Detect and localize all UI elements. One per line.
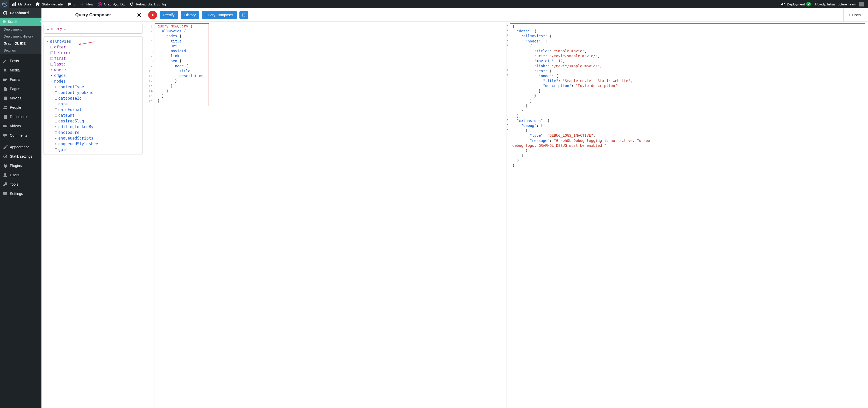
svg-point-8 (4, 69, 6, 71)
menu-comments[interactable]: Comments (0, 131, 41, 140)
svg-point-15 (4, 106, 5, 107)
tree-field[interactable]: date (55, 101, 140, 107)
reload-link[interactable]: Reload Statik config (127, 0, 168, 8)
menu-statik-settings[interactable]: Statik settings (0, 152, 41, 161)
menu-media[interactable]: Media (0, 66, 41, 75)
menu-appearance[interactable]: Appearance (0, 142, 41, 152)
site-name-label: Statik website (42, 2, 63, 6)
tree-field[interactable]: dateGmt (55, 113, 140, 118)
tree-nodes[interactable]: ▾nodes (51, 78, 140, 84)
checkbox-icon (51, 63, 53, 66)
close-icon[interactable] (136, 12, 142, 18)
menu-users[interactable]: Users (0, 170, 41, 180)
svg-rect-13 (3, 97, 4, 100)
query-name-placeholder: … (64, 27, 66, 31)
history-button[interactable]: History (181, 11, 199, 19)
tree-field[interactable]: ▸contentType (55, 84, 140, 90)
svg-rect-11 (3, 80, 6, 81)
wp-logo[interactable]: W (0, 0, 9, 8)
graphiql-admin-link[interactable]: GraphiQL IDE (95, 0, 127, 8)
statik-icon (3, 20, 6, 23)
account-link[interactable]: Howdy, Infrastructure Team (813, 0, 866, 8)
new-label: New (86, 2, 93, 6)
svg-point-26 (4, 194, 5, 195)
query-root-pill[interactable]: ⌄ query … ⋮ (43, 24, 143, 34)
line-gutter: ▾1▾2▾34567▾8▾910111213141516 (145, 22, 154, 408)
docs-button[interactable]: Docs (843, 8, 865, 22)
caret-down-icon: ▾ (51, 78, 53, 84)
checkbox-icon (55, 148, 57, 151)
graphiql-area: Prettify History Query Composer Docs ▾1▾… (145, 8, 868, 408)
menu-pages[interactable]: Pages (0, 84, 41, 94)
deployment-status[interactable]: Deployment (778, 0, 813, 8)
avatar (859, 2, 864, 6)
tree-field[interactable]: enclosure (55, 130, 140, 135)
annotation-arrow (78, 41, 96, 46)
site-name-link[interactable]: Statik website (33, 0, 65, 8)
tree-field[interactable]: ▸editingLockedBy (55, 124, 140, 130)
menu-dashboard[interactable]: Dashboard (0, 8, 41, 18)
checkbox-icon (51, 57, 53, 60)
tree: ▾allMovies after: before: first: last: ▸… (43, 36, 143, 155)
svg-rect-12 (3, 97, 7, 100)
tree-field[interactable]: guid (55, 147, 140, 152)
statik-submenu: Deployment Deployment History GraphiQL I… (0, 26, 41, 54)
tree-field[interactable]: ▸enqueuedScripts (55, 135, 140, 141)
svg-point-20 (4, 173, 6, 175)
query-code[interactable]: query NewQuery { allMovies { nodes { tit… (154, 22, 506, 408)
menu-movies[interactable]: Movies (0, 94, 41, 103)
graphql-icon (97, 2, 102, 7)
plus-icon (80, 2, 85, 7)
query-editor-pane[interactable]: ▾1▾2▾34567▾8▾910111213141516 query NewQu… (145, 22, 506, 408)
tree-field[interactable]: contentTypeName (55, 90, 140, 96)
comments-link[interactable]: 0 (65, 0, 78, 8)
tree-field[interactable]: first: (51, 56, 140, 61)
menu-people[interactable]: People (0, 103, 41, 112)
submenu-graphiql[interactable]: GraphiQL IDE (0, 40, 41, 47)
my-sites-link[interactable]: My Sites (9, 0, 33, 8)
graphiql-admin-label: GraphiQL IDE (104, 2, 125, 6)
comments-count: 0 (73, 2, 75, 6)
fullscreen-button[interactable] (240, 11, 248, 19)
svg-point-19 (5, 156, 6, 157)
tree-field[interactable]: databaseId (55, 96, 140, 101)
tree-field[interactable]: ▸where: (51, 67, 140, 73)
comment-icon (67, 2, 72, 7)
graphiql-toolbar: Prettify History Query Composer Docs (145, 8, 868, 22)
svg-point-4 (101, 5, 102, 6)
menu-plugins[interactable]: Plugins (0, 161, 41, 170)
menu-posts[interactable]: Posts (0, 56, 41, 66)
svg-point-3 (101, 3, 102, 4)
submenu-history[interactable]: Deployment History (0, 33, 41, 40)
checkbox-icon (55, 91, 57, 94)
svg-rect-9 (3, 78, 7, 78)
tree-field[interactable]: dateFormat (55, 107, 140, 113)
query-composer-button[interactable]: Query Composer (202, 11, 237, 19)
tree-field[interactable]: before: (51, 50, 140, 56)
menu-documents[interactable]: Documents (0, 112, 41, 122)
tree-edges[interactable]: ▸edges (51, 73, 140, 78)
chevron-down-icon: ⌄ (47, 27, 49, 31)
menu-statik[interactable]: Statik (0, 18, 41, 26)
svg-point-24 (4, 192, 5, 193)
new-link[interactable]: New (78, 0, 95, 8)
execute-button[interactable] (148, 11, 157, 20)
svg-rect-10 (3, 79, 7, 80)
query-keyword: query (51, 27, 62, 31)
menu-tools[interactable]: Tools (0, 180, 41, 189)
tree-field[interactable]: last: (51, 61, 140, 67)
prettify-button[interactable]: Prettify (160, 11, 178, 19)
menu-forms[interactable]: Forms (0, 75, 41, 84)
checkbox-icon (51, 52, 53, 54)
submenu-deployment[interactable]: Deployment (0, 26, 41, 33)
submenu-settings[interactable]: Settings (0, 47, 41, 54)
menu-videos[interactable]: Videos (0, 122, 41, 131)
tree-field[interactable]: desiredSlug (55, 118, 140, 124)
menu-settings[interactable]: Settings (0, 189, 41, 198)
tree-field[interactable]: ▸enqueuedStylesheets (55, 141, 140, 147)
svg-point-25 (5, 193, 6, 194)
reload-label: Reload Statik config (136, 2, 166, 6)
caret-right-icon: ▸ (55, 135, 57, 141)
svg-point-6 (98, 5, 98, 6)
svg-point-2 (99, 2, 100, 3)
